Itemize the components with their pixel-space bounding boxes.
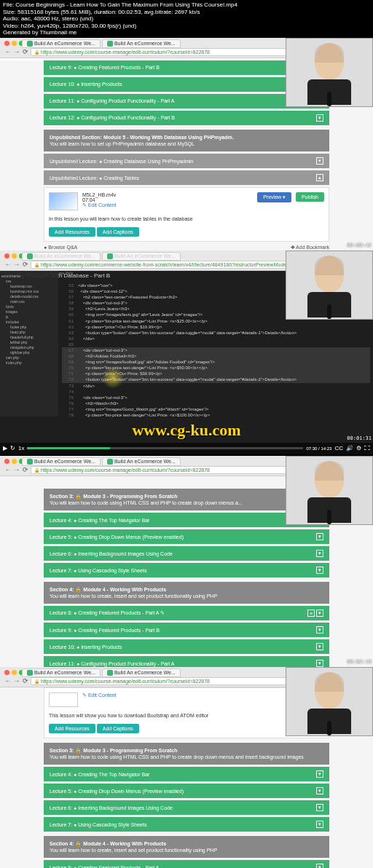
file-tree-item[interactable]: rightbar.php	[1, 350, 57, 355]
reload-icon[interactable]: ⟳	[22, 677, 29, 684]
add-captions-button[interactable]: Add Captions	[97, 724, 139, 733]
add-bookmark-link[interactable]: ✚ Add Bookmark	[291, 245, 329, 250]
file-tree-item[interactable]: details-modal.css	[1, 294, 57, 299]
lecture-row[interactable]: Lecture 5: ● Creating Drop Down Menus (P…	[44, 529, 329, 544]
browse-qa-link[interactable]: ● Browse Q&A	[44, 245, 77, 250]
mac-close-icon[interactable]	[4, 459, 9, 464]
speed-icon[interactable]: 1x	[18, 445, 24, 451]
expand-icon[interactable]: ▾	[316, 660, 323, 667]
play-icon[interactable]: ▶	[3, 445, 7, 451]
lecture-row[interactable]: Lecture 8: ● Creating Featured Products …	[44, 860, 329, 868]
expand-icon[interactable]: ▾	[316, 626, 323, 634]
reload-icon[interactable]: ⟳	[22, 48, 29, 55]
file-tree-item[interactable]: ecommerce	[1, 274, 57, 279]
lecture-row[interactable]: Lecture 6: ● Inserting Background Images…	[44, 546, 329, 561]
expand-icon[interactable]: ▾	[316, 533, 323, 540]
file-tree-item[interactable]: cart.php	[1, 355, 57, 360]
file-tree-item[interactable]: bootstrap.css	[1, 284, 57, 289]
expand-icon[interactable]: ▾	[316, 550, 323, 557]
settings-icon[interactable]: ⚙	[356, 445, 361, 451]
edit-content-link[interactable]: Edit Content	[82, 202, 116, 208]
udemy-favicon-icon	[107, 459, 113, 465]
mac-close-icon[interactable]	[4, 253, 9, 259]
file-tree-item[interactable]: headerfull.php	[1, 335, 57, 340]
file-tree-item[interactable]: fonts	[1, 304, 57, 309]
lecture-row[interactable]: Lecture 7: ● Using Cascading Style Sheet…	[44, 817, 329, 832]
expand-icon[interactable]: ▾	[316, 821, 323, 828]
forward-icon[interactable]: →	[13, 466, 20, 473]
file-tree-item[interactable]: leftbar.php	[1, 340, 57, 345]
menu-icon[interactable]: ≡	[307, 609, 315, 617]
publish-button[interactable]: Publish	[296, 192, 324, 202]
back-icon[interactable]: ←	[4, 48, 12, 55]
meta-video: Video: h264, yuv420p, 1280x720, 30.00 fp…	[3, 23, 370, 30]
unpublished-lecture-row[interactable]: Unpublished Lecture: ● Creating Tables▴	[44, 170, 329, 185]
file-tree-item[interactable]: bootstrap.min.css	[1, 289, 57, 294]
preview-button[interactable]: Preview ▾	[257, 192, 291, 202]
video-thumbnail[interactable]	[49, 192, 78, 210]
frame-3: Build An eCommerce We... Build An eComme…	[0, 456, 373, 666]
expand-icon[interactable]: ▾	[316, 609, 323, 617]
file-tree-item[interactable]: js	[1, 315, 57, 320]
lecture-row[interactable]: Lecture 5: ● Creating Drop Down Menus (P…	[44, 784, 329, 798]
mac-close-icon[interactable]	[4, 670, 9, 675]
file-tree-item[interactable]: navigation.php	[1, 345, 57, 350]
expand-icon[interactable]: ▾	[316, 157, 323, 165]
mac-close-icon[interactable]	[4, 41, 9, 46]
unpublished-lecture-row[interactable]: Unpublished Lecture: ● Creating Database…	[44, 154, 329, 168]
back-icon[interactable]: ←	[4, 466, 12, 473]
back-icon[interactable]: ←	[4, 261, 12, 268]
fullscreen-icon[interactable]: ⛶	[364, 445, 370, 451]
add-captions-button[interactable]: Add Captions	[97, 227, 139, 237]
file-tree-sidebar[interactable]: ecommerce css bootstrap.css bootstrap.mi…	[0, 271, 58, 417]
reload-icon[interactable]: ⟳	[22, 261, 29, 268]
tab-title: Build An eCommerce We...	[34, 41, 95, 46]
reload-icon[interactable]: ⟳	[22, 466, 29, 473]
file-tree-item[interactable]: index.php	[1, 360, 57, 366]
lecture-label: Lecture 6: ● Inserting Background Images…	[50, 805, 173, 810]
back-icon[interactable]: ←	[4, 677, 12, 684]
expand-icon[interactable]: ▾	[316, 643, 323, 650]
lecture-row[interactable]: Lecture 8: ● Creating Featured Products …	[44, 606, 329, 620]
expand-icon[interactable]: ▾	[316, 787, 323, 794]
edit-content-link[interactable]: Edit Content	[82, 693, 116, 707]
lecture-label: Lecture 4: ● Creating The Top Navigator …	[50, 772, 149, 777]
volume-icon[interactable]: 🔊	[346, 445, 353, 451]
file-tree-item[interactable]: head.php	[1, 330, 57, 335]
lecture-row[interactable]: Lecture 7: ● Using Cascading Style Sheet…	[44, 563, 329, 577]
file-tree-item[interactable]: includes	[1, 320, 57, 325]
section-title: Section 4: 🔒 Module 4 - Working With Pro…	[50, 587, 166, 592]
lecture-label: Lecture 9: ● Creating Featured Products …	[50, 65, 160, 70]
file-tree-item[interactable]: main.css	[1, 299, 57, 304]
file-tree-item[interactable]: footer.php	[1, 325, 57, 330]
rewind-icon[interactable]: ↻	[10, 445, 15, 451]
lecture-row[interactable]: Lecture 9: ● Creating Featured Products …	[44, 623, 329, 637]
code-line: 64 </div>	[62, 336, 370, 342]
forward-icon[interactable]: →	[13, 48, 20, 55]
lecture-row[interactable]: Lecture 6: ● Inserting Background Images…	[44, 800, 329, 815]
add-resources-button[interactable]: Add Resources	[49, 227, 95, 237]
mac-minimize-icon[interactable]	[12, 670, 17, 675]
progress-bar[interactable]	[27, 447, 303, 449]
captions-icon[interactable]: CC	[334, 445, 343, 451]
lecture-row[interactable]: Lecture 12: ● Configuring Product Functi…	[44, 111, 329, 125]
collapse-icon[interactable]: ▴	[316, 174, 323, 181]
expand-icon[interactable]: ▾	[316, 567, 323, 574]
expand-icon[interactable]: ▾	[316, 804, 323, 811]
file-tree-item[interactable]: images	[1, 309, 57, 315]
cursor-highlight-icon	[102, 367, 124, 389]
expand-icon[interactable]: ▾	[316, 114, 323, 122]
lecture-label: Lecture 11: ● Configuring Product Functi…	[50, 98, 175, 103]
add-resources-button[interactable]: Add Resources	[49, 724, 95, 733]
forward-icon[interactable]: →	[13, 261, 20, 268]
mac-minimize-icon[interactable]	[12, 41, 17, 46]
lecture-row[interactable]: Lecture 4: ● Creating The Top Navigator …	[44, 767, 329, 781]
mac-minimize-icon[interactable]	[12, 253, 17, 259]
expand-icon[interactable]: ▾	[316, 864, 323, 868]
forward-icon[interactable]: →	[13, 677, 20, 684]
lecture-row[interactable]: Lecture 10: ● Inserting Products▾	[44, 639, 329, 654]
expand-icon[interactable]: ▾	[316, 770, 323, 778]
mac-minimize-icon[interactable]	[12, 459, 17, 464]
file-tree-item[interactable]: css	[1, 279, 57, 284]
lecture-label: Lecture 8: ● Creating Featured Products …	[50, 865, 160, 868]
